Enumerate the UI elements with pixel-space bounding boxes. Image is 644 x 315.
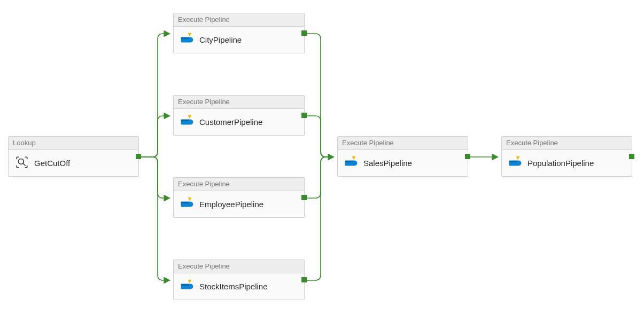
activity-name: StockItemsPipeline <box>199 282 268 291</box>
success-output-port[interactable] <box>301 195 307 200</box>
success-output-port[interactable] <box>301 277 307 282</box>
activity-execute-employee[interactable]: Execute Pipeline EmployeePipeline <box>173 177 305 218</box>
pipeline-icon <box>180 279 194 294</box>
activity-execute-population[interactable]: Execute Pipeline PopulationPipeline <box>501 136 632 177</box>
pipeline-canvas[interactable]: Lookup GetCutOff Execute Pipeline <box>0 0 644 315</box>
activity-name: CityPipeline <box>199 35 242 44</box>
svg-point-0 <box>19 159 24 164</box>
success-output-port[interactable] <box>465 154 470 159</box>
svg-marker-5 <box>188 33 192 37</box>
svg-marker-25 <box>516 156 520 160</box>
svg-marker-9 <box>188 115 192 119</box>
activity-lookup-getcutoff[interactable]: Lookup GetCutOff <box>8 136 139 177</box>
pipeline-icon <box>180 114 194 130</box>
activity-type-label: Execute Pipeline <box>174 260 304 273</box>
success-output-port[interactable] <box>301 30 307 36</box>
activity-type-label: Lookup <box>9 137 138 150</box>
activity-name: PopulationPipeline <box>527 159 594 168</box>
svg-marker-17 <box>188 280 192 284</box>
success-output-port[interactable] <box>136 154 141 159</box>
pipeline-icon <box>344 155 358 171</box>
pipeline-icon <box>508 155 522 171</box>
activity-type-label: Execute Pipeline <box>174 13 304 27</box>
activity-execute-city[interactable]: Execute Pipeline CityPipeline <box>173 13 305 53</box>
activity-execute-sales[interactable]: Execute Pipeline SalesPipeline <box>337 136 468 177</box>
activity-execute-stockitems[interactable]: Execute Pipeline StockItemsPipeline <box>173 259 305 300</box>
activity-name: GetCutOff <box>34 159 70 168</box>
activity-execute-customer[interactable]: Execute Pipeline CustomerPipeline <box>173 95 305 136</box>
activity-name: SalesPipeline <box>363 159 412 168</box>
pipeline-icon <box>180 32 194 48</box>
svg-point-20 <box>352 161 358 166</box>
activity-type-label: Execute Pipeline <box>502 137 632 150</box>
activity-type-label: Execute Pipeline <box>174 96 304 109</box>
pipeline-icon <box>180 196 194 212</box>
svg-point-12 <box>188 202 193 207</box>
success-output-port[interactable] <box>629 154 634 159</box>
svg-point-8 <box>188 120 193 125</box>
svg-line-1 <box>23 163 25 166</box>
activity-name: CustomerPipeline <box>199 117 262 127</box>
svg-point-4 <box>188 37 193 43</box>
activity-type-label: Execute Pipeline <box>338 137 468 150</box>
svg-point-16 <box>188 284 193 289</box>
svg-marker-21 <box>352 156 356 160</box>
search-icon <box>15 155 29 171</box>
success-output-port[interactable] <box>301 113 307 118</box>
activity-type-label: Execute Pipeline <box>174 178 304 191</box>
svg-point-24 <box>516 161 522 166</box>
activity-name: EmployeePipeline <box>199 200 263 209</box>
svg-marker-13 <box>188 198 192 201</box>
